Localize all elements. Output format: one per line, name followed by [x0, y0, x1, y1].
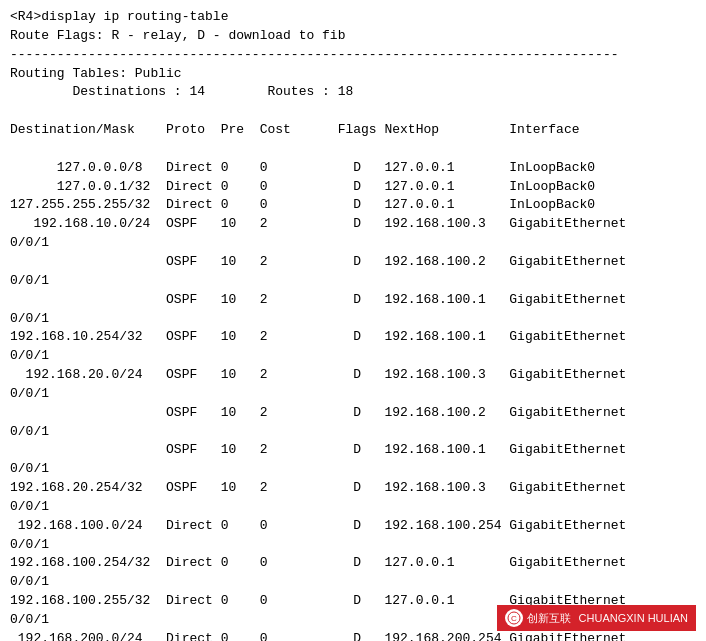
- watermark-badge: C 创新互联 CHUANGXIN HULIAN: [497, 605, 696, 631]
- terminal-output: <R4>display ip routing-table Route Flags…: [10, 8, 696, 641]
- watermark-subtext: CHUANGXIN HULIAN: [579, 612, 688, 624]
- svg-text:C: C: [511, 614, 517, 623]
- watermark-text: 创新互联: [527, 611, 571, 626]
- watermark-icon: C: [505, 609, 523, 627]
